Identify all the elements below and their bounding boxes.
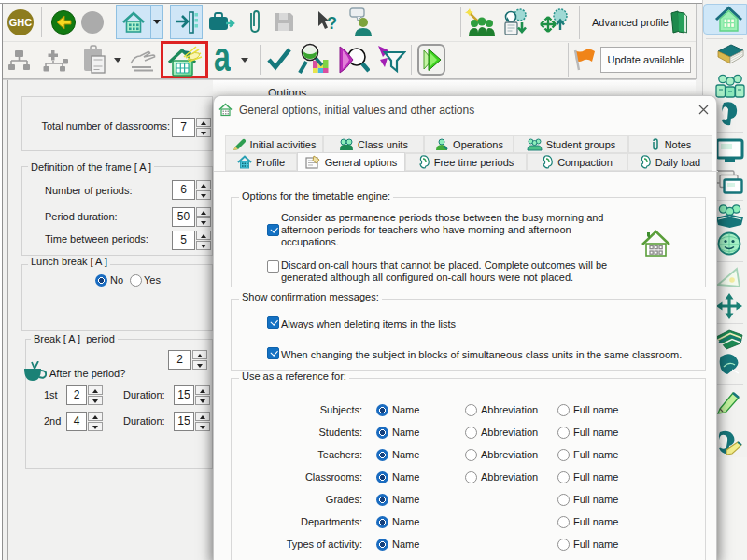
svg-text:?: ? <box>327 14 337 33</box>
